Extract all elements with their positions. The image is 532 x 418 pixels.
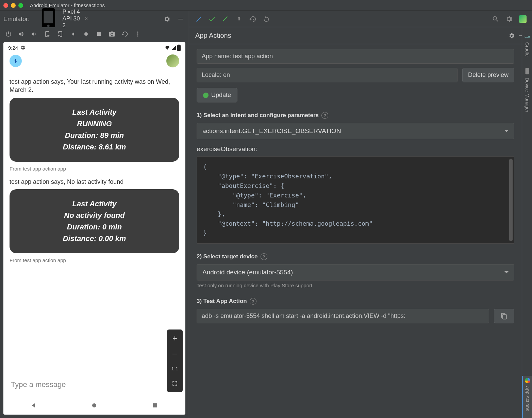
app-actions-tool-tab[interactable]: App Actions <box>522 376 532 418</box>
emulator-label: Emulator: <box>3 16 30 23</box>
emulator-zoom-controls: + – 1:1 <box>167 329 183 392</box>
card-distance: Distance: 8.61 km <box>16 143 172 151</box>
emulator-tool-window: Emulator: Pixel 4 API 30 2 × <box>0 11 189 418</box>
adb-command-field[interactable]: adb -s emulator-5554 shell am start -a a… <box>197 309 489 323</box>
svg-point-1 <box>84 32 88 36</box>
screenshot-icon[interactable] <box>107 30 116 38</box>
home-button[interactable] <box>90 401 98 411</box>
device-select[interactable]: Android device (emulator-5554) <box>197 264 514 280</box>
overview-button[interactable] <box>151 401 159 411</box>
param-json-editor[interactable]: { "@type": "ExerciseObservation", "about… <box>197 156 514 244</box>
rotate-left-icon[interactable] <box>43 30 52 38</box>
gradle-label: Gradle <box>525 42 530 57</box>
navigation-toolbar <box>189 11 532 27</box>
activity-card[interactable]: Last Activity No activity found Duration… <box>10 189 179 253</box>
svg-rect-6 <box>177 45 181 51</box>
card-title: Last Activity <box>16 108 172 117</box>
gradle-tool-tab[interactable]: Gradle <box>523 30 531 63</box>
undo-icon[interactable] <box>262 15 271 23</box>
fullscreen-icon[interactable] <box>168 376 182 390</box>
activity-card[interactable]: Last Activity RUNNING Duration: 89 min D… <box>10 98 179 162</box>
settings-status-icon <box>20 45 26 50</box>
svg-rect-7 <box>178 45 180 45</box>
card-source: From test app action app <box>10 257 179 263</box>
more-icon[interactable] <box>133 30 142 38</box>
minimize-window-icon[interactable] <box>11 3 16 8</box>
emulator-tab-label: Pixel 4 API 30 2 <box>63 9 81 29</box>
history-icon[interactable] <box>248 15 257 23</box>
card-distance: Distance: 0.00 km <box>16 234 172 243</box>
card-source: From test app action app <box>10 166 179 172</box>
card-title: Last Activity <box>16 199 172 208</box>
update-button[interactable]: Update <box>197 88 237 102</box>
back-button[interactable] <box>30 401 38 411</box>
overview-nav-icon[interactable] <box>95 30 103 38</box>
card-type: RUNNING <box>16 119 172 128</box>
device-manager-tool-tab[interactable]: Device Manager <box>523 65 531 119</box>
zoom-window-icon[interactable] <box>18 3 23 8</box>
compose-bar[interactable]: Type a message <box>3 372 185 397</box>
emulator-tab-row: Emulator: Pixel 4 API 30 2 × <box>0 11 189 27</box>
device-value: Android device (emulator-5554) <box>202 269 293 276</box>
step-into-icon[interactable] <box>194 15 203 23</box>
profile-avatar-icon[interactable] <box>518 15 527 23</box>
copy-button[interactable] <box>494 309 514 323</box>
record-icon[interactable] <box>120 30 129 38</box>
ide-settings-icon[interactable] <box>505 15 514 23</box>
svg-rect-11 <box>525 68 529 74</box>
gradle-icon <box>523 32 531 39</box>
minimize-icon[interactable] <box>176 14 185 24</box>
step2-label: 2) Select target device <box>197 253 258 260</box>
update-button-label: Update <box>211 92 231 99</box>
svg-rect-0 <box>178 19 183 19</box>
volume-down-icon[interactable] <box>30 30 39 38</box>
step3-label: 3) Test App Action <box>197 298 247 305</box>
help-icon[interactable]: ? <box>261 253 267 260</box>
gear-icon[interactable] <box>162 14 172 24</box>
step1-label: 1) Select an intent and configure parame… <box>197 112 319 119</box>
signal-icon <box>171 45 177 50</box>
phone-screen: 9:24 test app action says, Your last run… <box>3 42 185 415</box>
panel-gear-icon[interactable] <box>507 31 516 41</box>
volume-up-icon[interactable] <box>17 30 26 38</box>
param-label: exerciseObservation: <box>197 145 514 153</box>
app-actions-label: App Actions <box>525 386 530 411</box>
check-icon <box>203 93 209 98</box>
power-icon[interactable] <box>4 30 13 38</box>
intent-select[interactable]: actions.intent.GET_EXERCISE_OBSERVATION <box>197 123 514 139</box>
right-tool-strip: Gradle Device Manager App Actions <box>522 27 532 418</box>
close-window-icon[interactable] <box>3 3 8 8</box>
help-icon[interactable]: ? <box>250 298 256 305</box>
zoom-reset-button[interactable]: 1:1 <box>168 361 182 375</box>
user-avatar[interactable] <box>166 54 179 67</box>
assistant-app-icon[interactable] <box>10 55 22 67</box>
chevron-down-icon <box>504 130 509 134</box>
battery-icon <box>177 45 181 51</box>
svg-point-8 <box>92 403 96 407</box>
close-tab-icon[interactable]: × <box>85 16 88 22</box>
wifi-icon <box>164 45 170 51</box>
assistant-chat[interactable]: test app action says, Your last running … <box>3 71 185 372</box>
device-manager-icon <box>523 67 531 75</box>
commit-icon[interactable] <box>207 15 216 23</box>
delete-preview-button[interactable]: Delete preview <box>462 68 514 82</box>
search-icon[interactable] <box>491 15 500 23</box>
ide-right-area: App Actions App name: test app action Lo… <box>189 11 532 418</box>
back-nav-icon[interactable] <box>69 30 78 38</box>
locale-field[interactable]: Locale: en <box>197 68 458 82</box>
intent-value: actions.intent.GET_EXERCISE_OBSERVATION <box>202 127 341 135</box>
traffic-lights <box>3 3 23 8</box>
panel-title: App Actions <box>195 32 231 39</box>
app-name-field[interactable]: App name: test app action <box>197 49 514 64</box>
zoom-in-button[interactable]: + <box>168 332 182 345</box>
app-actions-header: App Actions <box>189 27 532 44</box>
zoom-out-button[interactable]: – <box>168 347 182 360</box>
app-actions-body: App name: test app action Locale: en Del… <box>189 44 522 418</box>
help-icon[interactable]: ? <box>321 112 328 119</box>
chevron-down-icon <box>504 271 509 275</box>
phone-statusbar: 9:24 <box>3 42 185 53</box>
push-icon[interactable] <box>221 15 230 23</box>
home-nav-icon[interactable] <box>82 30 90 38</box>
pull-icon[interactable] <box>235 15 244 23</box>
rotate-right-icon[interactable] <box>56 30 65 38</box>
